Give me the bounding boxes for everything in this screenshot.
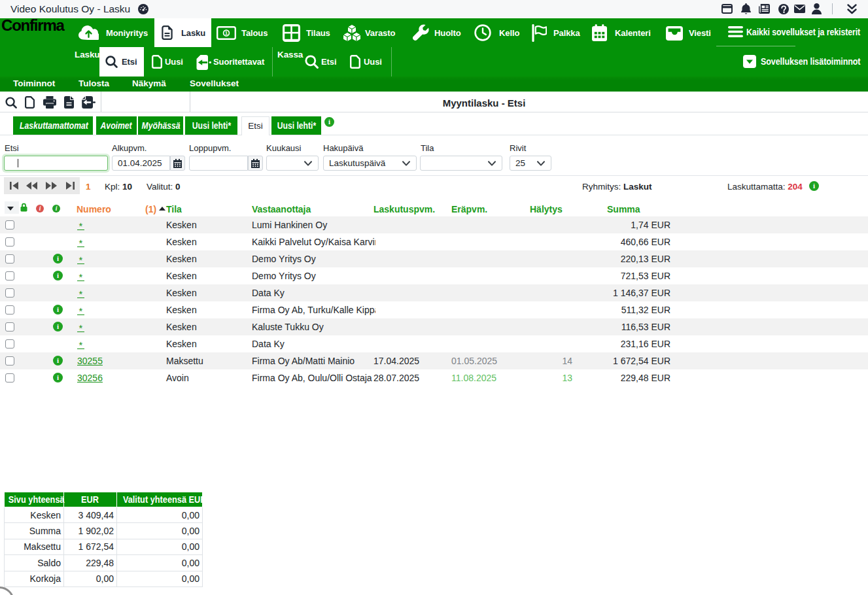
- svg-text:i: i: [813, 182, 815, 190]
- svg-text:1: 1: [225, 30, 228, 36]
- svg-text:i: i: [328, 118, 330, 126]
- svg-text:i: i: [39, 205, 41, 212]
- svg-text:i: i: [56, 205, 58, 212]
